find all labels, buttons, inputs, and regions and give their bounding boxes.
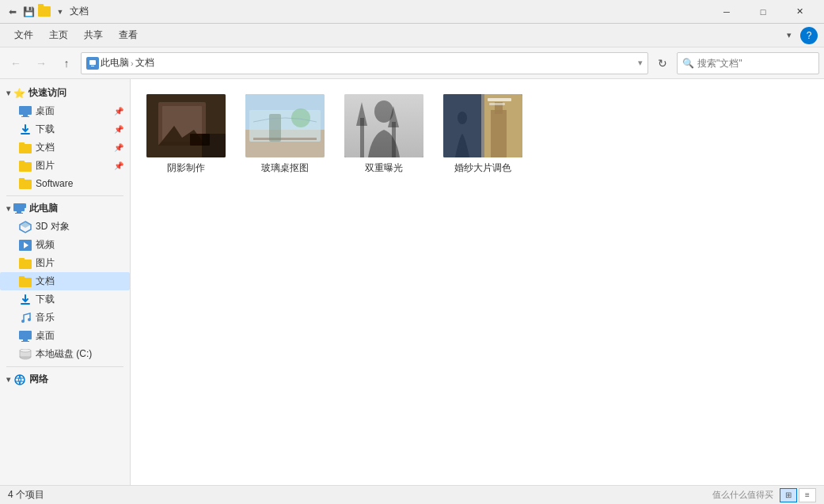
sidebar: ▾ ⭐ 快速访问 桌面 📌 下载 📌 文档 📌	[0, 79, 131, 485]
svg-marker-17	[20, 222, 31, 228]
svg-rect-21	[19, 258, 25, 260]
music-label: 音乐	[36, 311, 55, 324]
svg-rect-61	[488, 98, 511, 101]
address-chevron-icon[interactable]: ▾	[638, 58, 643, 68]
download-pc-icon	[19, 294, 32, 306]
search-input[interactable]	[697, 58, 814, 69]
sidebar-item-software[interactable]: Software	[0, 175, 130, 192]
svg-rect-57	[481, 94, 484, 157]
file-name-shadow: 阴影制作	[167, 161, 205, 175]
svg-point-25	[21, 320, 25, 323]
sidebar-item-download-quick[interactable]: 下载 📌	[0, 120, 130, 138]
status-bar: 4 个项目 值么什么值得买 ⊞ ≡	[0, 485, 824, 504]
file-grid: 阴影制作 玻璃桌抠图	[139, 87, 816, 182]
menu-home[interactable]: 主页	[41, 25, 76, 45]
docs-pc-label: 文档	[36, 275, 55, 288]
file-item-wedding[interactable]: 婚纱大片调色	[439, 91, 526, 178]
sidebar-quick-access[interactable]: ▾ ⭐ 快速访问	[0, 84, 130, 102]
svg-rect-44	[253, 138, 317, 140]
sidebar-item-music[interactable]: 音乐	[0, 309, 130, 327]
svg-rect-27	[19, 331, 32, 339]
docs-pc-icon	[19, 275, 32, 288]
file-area: 阴影制作 玻璃桌抠图	[131, 79, 824, 485]
desktop-pc-label: 桌面	[36, 329, 55, 343]
desktop-quick-label: 桌面	[36, 104, 55, 118]
search-box[interactable]: 🔍	[677, 52, 819, 74]
svg-rect-4	[21, 116, 29, 117]
sidebar-item-video[interactable]: 视频	[0, 236, 130, 254]
sidebar-network[interactable]: ▾ 网络	[0, 370, 130, 388]
quick-access-label: ⭐	[13, 88, 25, 99]
maximize-button[interactable]: □	[745, 0, 781, 24]
help-button[interactable]: ?	[800, 27, 818, 44]
breadcrumb-pc[interactable]: 此电脑	[101, 56, 129, 70]
docs-quick-label: 文档	[36, 141, 55, 154]
download-quick-label: 下载	[36, 123, 55, 136]
title-bar: ⬅ 💾 ▼ 文档 ─ □ ✕	[0, 0, 824, 24]
svg-rect-29	[21, 341, 29, 342]
status-item-count: 4 个项目	[8, 488, 44, 502]
svg-point-33	[15, 375, 25, 385]
svg-rect-24	[21, 303, 30, 305]
svg-rect-62	[489, 103, 505, 105]
3d-label: 3D 对象	[36, 220, 70, 233]
quick-access-text: 快速访问	[28, 86, 66, 100]
file-thumb-shadow	[146, 94, 226, 157]
view-list-button[interactable]: ≡	[799, 488, 816, 502]
menu-view[interactable]: 查看	[111, 25, 146, 45]
sidebar-item-pics-quick[interactable]: 图片 📌	[0, 157, 130, 175]
sidebar-item-desktop-quick[interactable]: 桌面 📌	[0, 102, 130, 120]
file-item-shadow[interactable]: 阴影制作	[142, 91, 230, 178]
svg-rect-13	[17, 211, 21, 213]
sidebar-item-download[interactable]: 下载	[0, 290, 130, 309]
svg-rect-8	[19, 162, 32, 172]
pics-quick-label: 图片	[36, 159, 55, 172]
file-item-glass[interactable]: 玻璃桌抠图	[241, 91, 328, 178]
sidebar-this-pc[interactable]: ▾ 此电脑	[0, 199, 130, 218]
quick-access-chevron-icon: ▾	[6, 89, 10, 97]
pc-icon	[86, 57, 99, 70]
pin-icon-2: 📌	[114, 125, 123, 134]
address-bar[interactable]: 此电脑 › 文档 ▾	[81, 52, 648, 74]
sidebar-item-pics[interactable]: 图片	[0, 254, 130, 272]
pin-icon-3: 📌	[114, 143, 123, 152]
minimize-button[interactable]: ─	[708, 0, 745, 24]
svg-rect-22	[19, 278, 32, 287]
file-name-glass: 玻璃桌抠图	[261, 161, 309, 175]
refresh-button[interactable]: ↻	[651, 52, 674, 74]
sidebar-item-desktop[interactable]: 桌面	[0, 327, 130, 345]
sidebar-item-docs-quick[interactable]: 文档 📌	[0, 138, 130, 157]
up-button[interactable]: ↑	[55, 52, 78, 74]
sidebar-item-docs[interactable]: 文档	[0, 272, 130, 290]
file-item-double[interactable]: 双重曝光	[340, 91, 427, 178]
menu-share[interactable]: 共享	[76, 25, 111, 45]
close-button[interactable]: ✕	[781, 0, 818, 24]
breadcrumb-docs[interactable]: 文档	[135, 56, 154, 70]
video-label: 视频	[36, 238, 55, 252]
back-button[interactable]: ←	[5, 52, 27, 74]
file-thumb-glass	[245, 94, 325, 157]
svg-rect-0	[89, 60, 96, 65]
quick-access-icon: ⬅	[6, 6, 19, 18]
this-pc-label: 此电脑	[29, 202, 58, 215]
view-grid-button[interactable]: ⊞	[780, 488, 797, 502]
sidebar-item-3d[interactable]: 3D 对象	[0, 218, 130, 236]
title-controls: ─ □ ✕	[708, 0, 818, 24]
desktop-icon	[19, 105, 32, 118]
svg-rect-58	[491, 110, 507, 157]
sidebar-item-drive[interactable]: 本地磁盘 (C:)	[0, 345, 130, 363]
menu-chevron-down-icon[interactable]: ▾	[778, 25, 800, 47]
file-thumb-wedding	[443, 94, 522, 157]
sidebar-separator-2	[6, 366, 123, 367]
file-name-wedding: 婚纱大片调色	[454, 161, 511, 175]
video-icon	[19, 239, 32, 252]
svg-point-32	[20, 349, 31, 352]
main-container: ▾ ⭐ 快速访问 桌面 📌 下载 📌 文档 📌	[0, 79, 824, 485]
forward-button[interactable]: →	[30, 52, 52, 74]
software-label: Software	[36, 178, 73, 189]
menu-file[interactable]: 文件	[6, 25, 41, 45]
svg-rect-1	[91, 66, 94, 66]
svg-rect-6	[19, 144, 32, 153]
download-pc-label: 下载	[36, 293, 55, 306]
sidebar-separator-1	[6, 195, 123, 196]
